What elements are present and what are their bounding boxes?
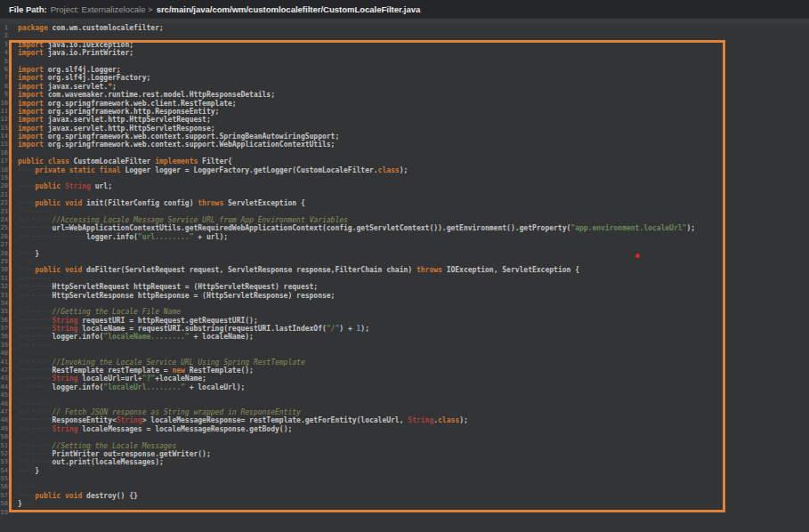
code-line: 26················logger.info("url......… bbox=[0, 233, 809, 241]
code-text: import org.slf4j.Logger; bbox=[14, 66, 121, 74]
line-number[interactable]: 4 bbox=[0, 49, 8, 57]
file-path: src/main/java/com/wm/customlocalefilter/… bbox=[157, 4, 421, 14]
code-line: 41········//Invoking the Locale Service … bbox=[0, 359, 809, 367]
code-text bbox=[14, 58, 18, 66]
line-number[interactable]: 55 bbox=[0, 475, 8, 483]
code-text: ····public String url; bbox=[14, 182, 112, 190]
code-line: 27 bbox=[0, 241, 809, 249]
code-text: ········ bbox=[14, 208, 53, 216]
line-number[interactable]: 45 bbox=[0, 391, 8, 399]
line-number[interactable]: 36 bbox=[0, 317, 8, 325]
line-number[interactable]: 26 bbox=[0, 233, 8, 241]
code-text: ········String localeUrl=url+"?"+localeN… bbox=[14, 375, 206, 383]
line-number[interactable]: 40 bbox=[0, 350, 8, 358]
fold-spacer bbox=[8, 41, 14, 49]
code-text: ···· bbox=[14, 483, 35, 491]
line-number[interactable]: 12 bbox=[0, 116, 8, 124]
line-number[interactable]: 59 bbox=[0, 509, 8, 517]
line-number[interactable]: 43 bbox=[0, 375, 8, 383]
code-text: import java.io.IOException; bbox=[14, 41, 133, 49]
line-number[interactable]: 23 bbox=[0, 208, 8, 216]
line-number[interactable]: 49 bbox=[0, 425, 8, 433]
line-number[interactable]: 54 bbox=[0, 467, 8, 475]
line-number[interactable]: 47 bbox=[0, 408, 8, 416]
fold-spacer bbox=[8, 433, 14, 441]
line-number[interactable]: 41 bbox=[0, 359, 8, 367]
line-number[interactable]: 9 bbox=[0, 91, 8, 99]
line-number[interactable]: 20 bbox=[0, 182, 8, 190]
line-number[interactable]: 39 bbox=[0, 342, 8, 350]
line-number[interactable]: 24 bbox=[0, 216, 8, 224]
line-number[interactable]: 13 bbox=[0, 125, 8, 133]
line-number[interactable]: 8 bbox=[0, 83, 8, 91]
line-number[interactable]: 29 bbox=[0, 258, 8, 266]
fold-spacer bbox=[8, 442, 14, 450]
line-number[interactable]: 33 bbox=[0, 292, 8, 300]
project-breadcrumb: Project: Externalizelocale > bbox=[51, 4, 153, 14]
fold-spacer bbox=[8, 283, 14, 291]
line-number[interactable]: 27 bbox=[0, 241, 8, 249]
line-number[interactable]: 37 bbox=[0, 325, 8, 333]
line-number[interactable]: 53 bbox=[0, 458, 8, 466]
code-text: ········//Invoking the Locale Service UR… bbox=[14, 359, 305, 367]
line-number[interactable]: 10 bbox=[0, 100, 8, 108]
line-number[interactable]: 22 bbox=[0, 199, 8, 207]
fold-marker-icon[interactable]: - bbox=[8, 266, 14, 274]
line-number[interactable]: 18 bbox=[0, 166, 8, 174]
code-line: 52········PrintWriter out=response.getWr… bbox=[0, 450, 809, 458]
line-number[interactable]: 5 bbox=[0, 58, 8, 66]
code-line: 7import org.slf4j.LoggerFactory; bbox=[0, 74, 809, 82]
fold-marker-icon[interactable]: - bbox=[8, 157, 14, 165]
code-text: import org.springframework.web.context.s… bbox=[14, 141, 335, 149]
line-number[interactable]: 50 bbox=[0, 433, 8, 441]
code-text: import org.springframework.http.Response… bbox=[14, 108, 219, 116]
code-text: ········HttpServletRequest httpRequest =… bbox=[14, 283, 318, 291]
code-editor[interactable]: 1package com.wm.customlocalefilter;23imp… bbox=[0, 24, 809, 517]
line-number[interactable]: 25 bbox=[0, 224, 8, 232]
line-number[interactable]: 35 bbox=[0, 308, 8, 316]
line-number[interactable]: 2 bbox=[0, 32, 8, 40]
line-number[interactable]: 21 bbox=[0, 191, 8, 199]
line-number[interactable]: 14 bbox=[0, 133, 8, 141]
line-number[interactable]: 34 bbox=[0, 300, 8, 308]
code-line: 31········ bbox=[0, 275, 809, 283]
fold-spacer bbox=[8, 275, 14, 283]
line-number[interactable]: 28 bbox=[0, 250, 8, 258]
line-number[interactable]: 42 bbox=[0, 367, 8, 375]
line-number[interactable]: 1 bbox=[0, 24, 8, 32]
fold-spacer bbox=[8, 317, 14, 325]
code-line: 44········logger.info("localeUrl........… bbox=[0, 383, 809, 391]
line-number[interactable]: 3 bbox=[0, 41, 8, 49]
line-number[interactable]: 52 bbox=[0, 450, 8, 458]
fold-spacer bbox=[8, 300, 14, 308]
line-number[interactable]: 57 bbox=[0, 492, 8, 500]
fold-spacer bbox=[8, 58, 14, 66]
line-number[interactable]: 44 bbox=[0, 383, 8, 391]
line-number[interactable]: 46 bbox=[0, 400, 8, 408]
code-editor-window: File Path: Project: Externalizelocale > … bbox=[0, 0, 809, 532]
code-line: 23········ bbox=[0, 208, 809, 216]
line-number[interactable]: 56 bbox=[0, 483, 8, 491]
code-line: 48········ResponseEntity<String> localeM… bbox=[0, 416, 809, 424]
line-number[interactable]: 58 bbox=[0, 500, 8, 508]
line-number[interactable]: 17 bbox=[0, 157, 8, 165]
code-text: ········url=WebApplicationContextUtils.g… bbox=[14, 224, 695, 232]
line-number[interactable]: 31 bbox=[0, 275, 8, 283]
code-line: 47········// Fetch JSON response as Stri… bbox=[0, 408, 809, 416]
line-number[interactable]: 30 bbox=[0, 266, 8, 274]
code-line: 6import org.slf4j.Logger; bbox=[0, 66, 809, 74]
line-number[interactable]: 6 bbox=[0, 66, 8, 74]
fold-spacer bbox=[8, 509, 14, 517]
line-number[interactable]: 19 bbox=[0, 174, 8, 182]
code-line: 51········//Setting the Locale Messages bbox=[0, 442, 809, 450]
fold-marker-icon[interactable]: - bbox=[8, 199, 14, 207]
line-number[interactable]: 16 bbox=[0, 149, 8, 157]
line-number[interactable]: 15 bbox=[0, 141, 8, 149]
line-number[interactable]: 32 bbox=[0, 283, 8, 291]
line-number[interactable]: 48 bbox=[0, 416, 8, 424]
line-number[interactable]: 38 bbox=[0, 333, 8, 341]
fold-spacer bbox=[8, 174, 14, 182]
line-number[interactable]: 51 bbox=[0, 442, 8, 450]
line-number[interactable]: 11 bbox=[0, 108, 8, 116]
line-number[interactable]: 7 bbox=[0, 74, 8, 82]
